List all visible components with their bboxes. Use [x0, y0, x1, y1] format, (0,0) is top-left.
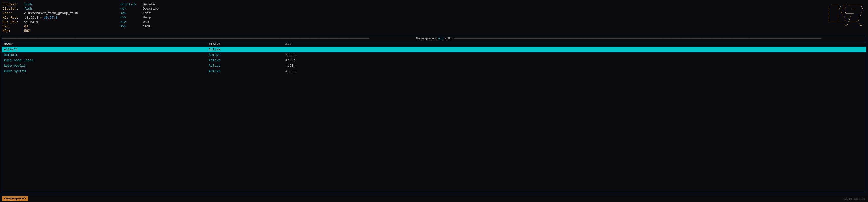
row-2-name: kube-node-lease	[4, 58, 209, 62]
shortcut-desc-1: Describe	[143, 7, 159, 11]
row-4-age: 4d20h	[285, 69, 864, 73]
shortcut-row-0: <ctrl-d> Delete	[120, 3, 187, 6]
row-0-name: all+(*)	[4, 48, 209, 52]
shortcut-row-5: <y> YAML	[120, 24, 187, 28]
section-title-post	[452, 37, 454, 40]
cluster-row: Cluster: fish	[3, 7, 110, 11]
namespace-badge[interactable]: <namespace>	[2, 196, 28, 201]
row-2-age: 4d20h	[285, 58, 864, 62]
header-age: AGE	[285, 42, 864, 46]
shortcut-desc-4: Use	[143, 20, 149, 24]
context-label: Context:	[3, 3, 23, 6]
section-title-filter: all	[438, 37, 444, 40]
row-4-name: kube-system	[4, 69, 209, 73]
table-row[interactable]: kube-public Active 4d20h	[2, 63, 866, 68]
table-row[interactable]: all+(*) Active	[2, 47, 866, 52]
shortcut-key-0: <ctrl-d>	[120, 3, 141, 6]
ascii-art-logo: ____ __.________ | |/ _/ __ \ | < \____ …	[824, 2, 863, 27]
row-0-age	[285, 48, 864, 52]
main-container: Context: fish Cluster: fish User: cluste…	[0, 0, 868, 202]
k9s-rev-label: K9s Rev:	[3, 16, 23, 20]
shortcuts-panel: <ctrl-d> Delete <d> Describe <e> Edit <?…	[120, 3, 187, 33]
title-dashes-left: ────────────────────────────────────────…	[2, 37, 414, 40]
shortcut-row-1: <d> Describe	[120, 7, 187, 11]
user-row: User: clusterUser_fish_group_fish	[3, 11, 110, 15]
k8s-rev-row: K8s Rev: v1.24.9	[3, 20, 110, 24]
row-1-status: Active	[209, 53, 285, 57]
shortcut-row-4: <u> Use	[120, 20, 187, 24]
table-row[interactable]: kube-system Active 4d20h	[2, 68, 866, 74]
row-1-name: default	[4, 53, 209, 57]
cpu-row: CPU: 6%	[3, 25, 110, 28]
info-panel: Context: fish Cluster: fish User: cluste…	[3, 3, 110, 33]
shortcut-desc-2: Edit	[143, 11, 151, 15]
context-value: fish	[24, 3, 32, 6]
table-row[interactable]: kube-node-lease Active 4d20h	[2, 58, 866, 63]
context-row: Context: fish	[3, 3, 110, 6]
header-status: STATUS	[209, 42, 285, 46]
cluster-label: Cluster:	[3, 7, 23, 11]
k9s-rev-current: v0.26.3	[25, 16, 39, 20]
shortcut-desc-0: Delete	[143, 3, 155, 6]
section-title-suffix: )[6]	[444, 37, 452, 40]
mem-value: 58%	[24, 29, 30, 33]
k9s-rev-new: v0.27.3	[43, 16, 58, 20]
shortcut-key-4: <u>	[120, 20, 141, 24]
mem-row: MEM: 58%	[3, 29, 110, 33]
header-name: NAME↑	[4, 42, 209, 46]
shortcut-key-5: <y>	[120, 24, 141, 28]
bottom-bar: <namespace>	[0, 195, 868, 202]
table-row[interactable]: default Active 4d20h	[2, 52, 866, 58]
section-title-prefix: Namespaces(	[416, 37, 438, 40]
section-title-pre	[414, 37, 416, 40]
row-3-age: 4d20h	[285, 64, 864, 68]
user-value: clusterUser_fish_group_fish	[24, 11, 78, 15]
shortcut-desc-5: YAML	[143, 24, 151, 28]
title-dashes-right: ────────────────────────────────────────…	[454, 37, 866, 40]
shortcut-row-2: <e> Edit	[120, 11, 187, 15]
shortcut-row-3: <?> Help	[120, 16, 187, 20]
shortcut-key-2: <e>	[120, 11, 141, 15]
mem-label: MEM:	[3, 29, 23, 33]
top-section: Context: fish Cluster: fish User: cluste…	[0, 2, 868, 34]
k9s-rev-row: K9s Rev: v0.26.3 ⚡ v0.27.3	[3, 16, 110, 20]
row-0-status: Active	[209, 48, 285, 52]
bolt-icon: ⚡	[40, 16, 42, 20]
shortcut-key-1: <d>	[120, 7, 141, 11]
namespaces-section: ────────────────────────────────────────…	[2, 36, 866, 193]
user-label: User:	[3, 11, 23, 15]
row-2-status: Active	[209, 58, 285, 62]
row-4-status: Active	[209, 69, 285, 73]
k8s-rev-label: K8s Rev:	[3, 20, 23, 24]
cluster-value: fish	[24, 7, 32, 11]
shortcut-key-3: <?>	[120, 16, 141, 20]
section-title-bar: ────────────────────────────────────────…	[2, 36, 866, 41]
table-body: all+(*) Active default Active 4d20h kube…	[2, 47, 866, 193]
cpu-label: CPU:	[3, 25, 23, 28]
shortcut-desc-3: Help	[143, 16, 151, 20]
row-3-name: kube-public	[4, 64, 209, 68]
row-1-age: 4d20h	[285, 53, 864, 57]
row-3-status: Active	[209, 64, 285, 68]
cpu-value: 6%	[24, 25, 28, 28]
table-header: NAME↑ STATUS AGE	[2, 41, 866, 47]
footer-text: ©2019-#&some;	[843, 197, 865, 200]
k8s-rev-value: v1.24.9	[24, 20, 38, 24]
